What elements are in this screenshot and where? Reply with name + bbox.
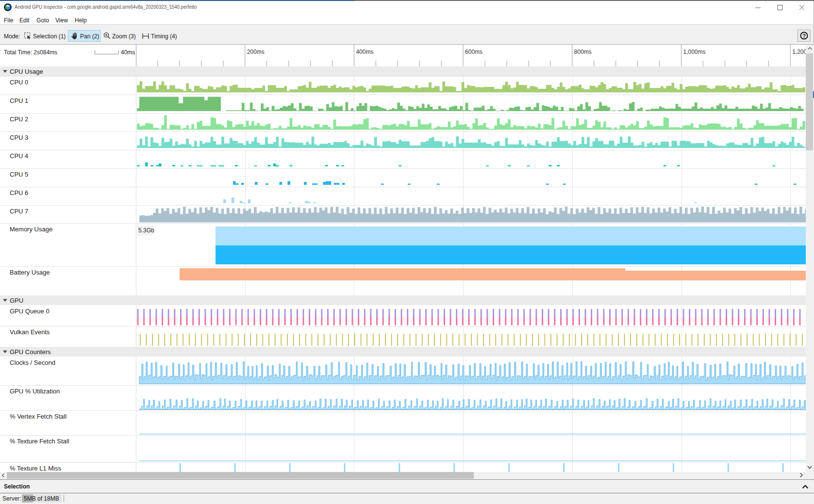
- svg-text:800ms: 800ms: [574, 49, 592, 55]
- svg-text:?: ?: [802, 33, 806, 39]
- svg-text:1,000ms: 1,000ms: [683, 49, 706, 55]
- svg-text:200ms: 200ms: [247, 49, 265, 55]
- svg-text:400ms: 400ms: [356, 49, 373, 55]
- svg-text:600ms: 600ms: [465, 49, 482, 55]
- svg-text:1,200ms: 1,200ms: [792, 49, 806, 55]
